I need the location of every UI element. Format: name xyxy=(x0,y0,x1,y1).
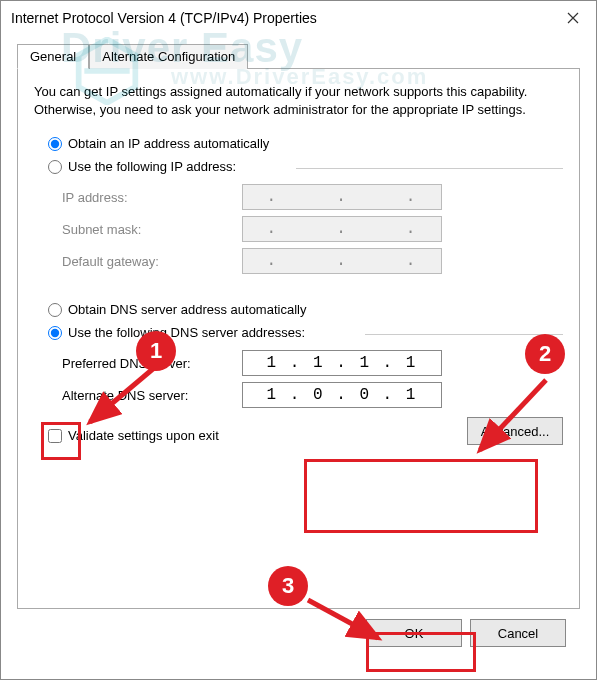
ip-address-field xyxy=(242,184,442,210)
annotation-circle-2: 2 xyxy=(525,334,565,374)
gateway-label: Default gateway: xyxy=(62,254,242,269)
close-icon xyxy=(567,12,579,24)
gateway-field xyxy=(242,248,442,274)
window-title: Internet Protocol Version 4 (TCP/IPv4) P… xyxy=(11,10,317,26)
validate-label: Validate settings upon exit xyxy=(68,428,219,443)
radio-dns-manual-label: Use the following DNS server addresses: xyxy=(68,325,305,340)
radio-ip-manual-row: Use the following IP address: xyxy=(48,159,236,174)
tab-panel-general: You can get IP settings assigned automat… xyxy=(17,69,580,609)
tab-alternate[interactable]: Alternate Configuration xyxy=(89,44,248,69)
validate-checkbox[interactable] xyxy=(48,429,62,443)
preferred-dns-field[interactable] xyxy=(242,350,442,376)
ip-address-label: IP address: xyxy=(62,190,242,205)
divider xyxy=(365,334,563,335)
radio-dns-manual[interactable] xyxy=(48,326,62,340)
alternate-dns-field[interactable] xyxy=(242,382,442,408)
content-area: General Alternate Configuration You can … xyxy=(1,35,596,659)
advanced-button[interactable]: Advanced... xyxy=(467,417,563,445)
dialog-buttons: OK Cancel xyxy=(17,609,580,647)
radio-ip-auto-row: Obtain an IP address automatically xyxy=(48,136,563,151)
radio-ip-auto[interactable] xyxy=(48,137,62,151)
radio-ip-auto-label: Obtain an IP address automatically xyxy=(68,136,269,151)
info-text: You can get IP settings assigned automat… xyxy=(34,83,563,118)
close-button[interactable] xyxy=(550,1,596,35)
annotation-circle-3: 3 xyxy=(268,566,308,606)
radio-ip-manual[interactable] xyxy=(48,160,62,174)
radio-ip-manual-label: Use the following IP address: xyxy=(68,159,236,174)
subnet-label: Subnet mask: xyxy=(62,222,242,237)
radio-dns-auto-row: Obtain DNS server address automatically xyxy=(48,302,563,317)
annotation-circle-1: 1 xyxy=(136,331,176,371)
radio-dns-auto-label: Obtain DNS server address automatically xyxy=(68,302,306,317)
radio-dns-manual-row: Use the following DNS server addresses: xyxy=(48,325,305,340)
alternate-dns-label: Alternate DNS server: xyxy=(62,388,242,403)
cancel-button[interactable]: Cancel xyxy=(470,619,566,647)
subnet-field xyxy=(242,216,442,242)
radio-dns-auto[interactable] xyxy=(48,303,62,317)
tab-bar: General Alternate Configuration xyxy=(17,43,580,69)
ok-button[interactable]: OK xyxy=(366,619,462,647)
divider xyxy=(296,168,563,169)
tab-general[interactable]: General xyxy=(17,44,89,69)
titlebar: Internet Protocol Version 4 (TCP/IPv4) P… xyxy=(1,1,596,35)
